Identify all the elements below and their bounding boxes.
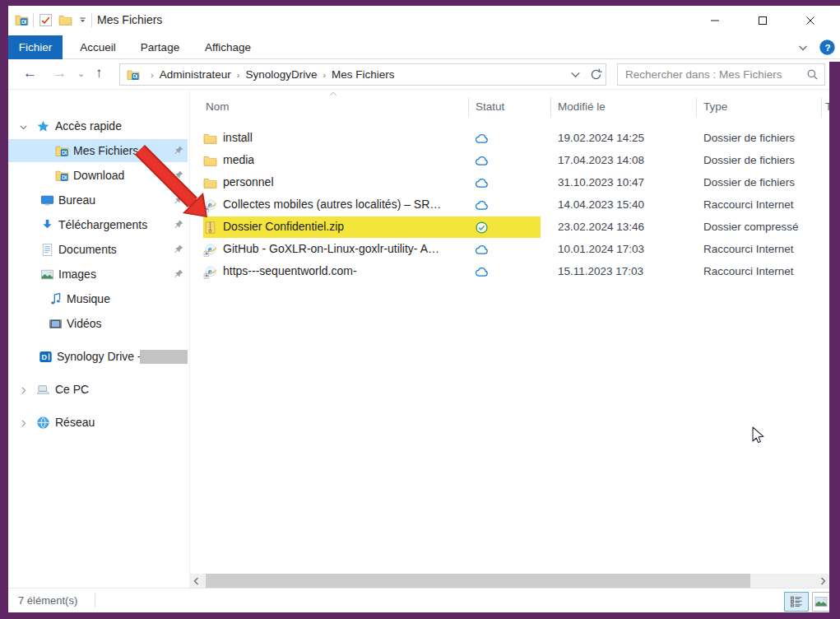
sidebar-item-synology-drive[interactable]: DSynology Drive -: [8, 345, 188, 368]
sidebar-item-ce-pc[interactable]: Ce PC: [8, 378, 188, 401]
ribbon-collapse-chevron-icon[interactable]: [796, 41, 810, 54]
column-header-statut[interactable]: Statut: [476, 100, 504, 113]
titlebar-separator: [33, 13, 34, 27]
close-button[interactable]: [791, 9, 829, 32]
breadcrumb-segment[interactable]: SynologyDrive: [245, 68, 317, 81]
details-view-button[interactable]: [784, 592, 809, 612]
thumbnails-view-button[interactable]: [812, 592, 830, 612]
breadcrumb-segment[interactable]: Administrateur: [160, 68, 231, 81]
tab-accueil[interactable]: Accueil: [72, 35, 124, 59]
star-icon: [36, 119, 50, 133]
titlebar-separator: [91, 13, 92, 27]
scroll-right-icon[interactable]: [815, 574, 829, 588]
address-dropdown-chevron-icon[interactable]: [569, 67, 582, 81]
file-row-4[interactable]: eCollectes mobiles (autres localités) – …: [189, 194, 832, 216]
column-divider[interactable]: [696, 97, 697, 117]
file-row-7[interactable]: ehttps---sequentworld.com-15.11.2023 17:…: [189, 261, 832, 283]
folder-icon: [203, 154, 217, 168]
back-button[interactable]: ←: [23, 63, 37, 84]
sidebar-item-telechargements[interactable]: Téléchargements: [8, 213, 188, 236]
svg-text:D: D: [62, 149, 66, 155]
pin-icon: [173, 170, 184, 181]
file-name[interactable]: media: [223, 153, 254, 166]
synology-folder-icon: D: [55, 169, 69, 183]
column-header-type[interactable]: Type: [703, 100, 727, 113]
status-separator: [95, 593, 95, 607]
sidebar-item-download[interactable]: DDownload: [8, 164, 188, 187]
history-chevron-icon[interactable]: ⌄: [77, 63, 85, 84]
qat-dropdown-icon[interactable]: [77, 13, 88, 27]
modified-date: 23.02.2024 13:46: [558, 221, 644, 233]
file-row-2[interactable]: media17.04.2023 14:08Dossier de fichiers: [189, 150, 832, 172]
cloud-status-icon: [475, 176, 489, 190]
properties-checkbox-icon[interactable]: [39, 13, 53, 27]
cloud-status-icon: [475, 265, 489, 279]
screenshot-crop-band: [829, 62, 840, 612]
status-bar: 7 élément(s): [8, 588, 840, 612]
sidebar-item-documents[interactable]: Documents: [8, 238, 188, 261]
tab-partage[interactable]: Partage: [133, 35, 187, 59]
new-folder-icon[interactable]: [58, 13, 72, 27]
folder-icon: [203, 176, 217, 190]
minimize-button[interactable]: [696, 9, 734, 32]
maximize-button[interactable]: [744, 9, 782, 32]
ie-shortcut-icon: e: [203, 243, 217, 257]
ie-shortcut-icon: e: [203, 198, 217, 212]
titlebar: D Mes Fichiers: [8, 6, 840, 35]
pin-icon: [173, 145, 184, 156]
sidebar-item-videos[interactable]: Vidéos: [8, 312, 188, 335]
file-row-6[interactable]: eGitHub - GoXLR-on-Linux-goxlr-utility- …: [189, 239, 832, 261]
address-location-icon: D: [127, 68, 140, 81]
help-icon[interactable]: ?: [819, 39, 836, 56]
sidebar-item-label: Download: [73, 169, 124, 182]
document-icon: [40, 243, 54, 257]
column-header-modifi-le[interactable]: Modifié le: [558, 100, 606, 113]
monitor-icon: [40, 193, 54, 207]
file-name[interactable]: install: [223, 131, 253, 144]
sidebar-item-bureau[interactable]: Bureau: [8, 188, 188, 212]
file-name[interactable]: Collectes mobiles (autres localités) – S…: [223, 198, 441, 211]
svg-text:D: D: [21, 19, 26, 25]
file-type: Raccourci Internet: [703, 265, 794, 277]
file-type: Raccourci Internet: [703, 243, 794, 255]
up-button[interactable]: ↑: [95, 63, 103, 84]
sidebar-item-label: Documents: [58, 243, 117, 256]
breadcrumb-segment[interactable]: Mes Fichiers: [332, 68, 395, 81]
address-box[interactable]: D ›Administrateur›SynologyDrive›Mes Fich…: [119, 63, 606, 86]
file-row-3[interactable]: personnel31.10.2023 10:47Dossier de fich…: [189, 172, 832, 194]
column-divider[interactable]: [550, 97, 551, 117]
breadcrumb: ›Administrateur›SynologyDrive›Mes Fichie…: [145, 68, 395, 81]
pin-icon: [173, 219, 184, 230]
scrollbar-thumb[interactable]: [206, 574, 750, 588]
sidebar-item-images[interactable]: Images: [8, 263, 188, 286]
refresh-icon[interactable]: [589, 67, 603, 81]
tab-fichier[interactable]: Fichier: [8, 35, 63, 59]
pin-icon: [173, 268, 184, 280]
sidebar-item-musique[interactable]: Musique: [8, 287, 188, 310]
column-header-nom[interactable]: Nom: [206, 100, 230, 113]
pin-icon: [173, 244, 184, 255]
forward-button[interactable]: →: [53, 63, 67, 84]
file-name[interactable]: Dossier Confidentiel.zip: [223, 220, 344, 233]
sidebar-item-reseau[interactable]: Réseau: [8, 411, 188, 434]
file-name[interactable]: personnel: [223, 175, 274, 188]
file-row-5[interactable]: Dossier Confidentiel.zip23.02.2024 13:46…: [189, 216, 832, 239]
redacted-text-block: [140, 350, 188, 364]
search-input[interactable]: [625, 65, 798, 84]
scroll-left-icon[interactable]: [189, 574, 203, 588]
column-divider[interactable]: [821, 97, 822, 117]
item-count: 7 élément(s): [18, 594, 77, 607]
file-name[interactable]: GitHub - GoXLR-on-Linux-goxlr-utility- A…: [223, 242, 439, 255]
horizontal-scrollbar[interactable]: [189, 574, 829, 588]
search-icon[interactable]: [806, 68, 819, 81]
column-divider[interactable]: [468, 97, 469, 117]
file-name[interactable]: https---sequentworld.com-: [223, 264, 357, 277]
file-list-pane: NomStatutModifié leTypeTa install19.02.2…: [189, 90, 832, 574]
sidebar-item-mes-fichiers[interactable]: DMes Fichiers: [8, 139, 188, 162]
video-icon: [49, 317, 63, 331]
tab-affichage[interactable]: Affichage: [197, 35, 259, 59]
file-type: Dossier compressé: [703, 221, 799, 233]
sidebar-item-acces-rapide[interactable]: Accès rapide: [8, 114, 188, 137]
synology-drive-icon: D: [39, 350, 53, 364]
file-row-1[interactable]: install19.02.2024 14:25Dossier de fichie…: [189, 128, 832, 150]
